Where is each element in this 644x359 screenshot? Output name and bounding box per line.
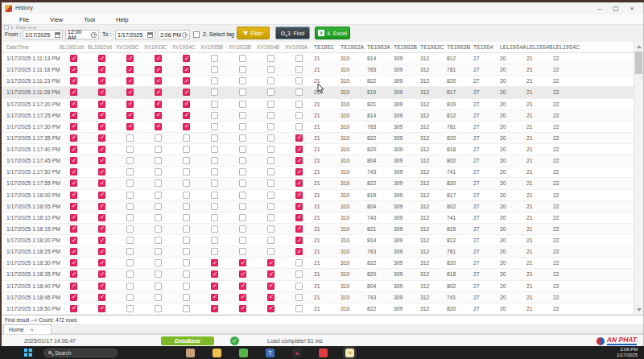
cell-checkbox[interactable] [239,123,246,130]
cell-checkbox[interactable] [267,214,275,221]
cell-checkbox[interactable] [211,225,218,233]
scroll-down-icon[interactable] [637,308,642,312]
cell-checkbox[interactable] [155,305,162,312]
cell-checkbox[interactable] [211,146,218,153]
cell-checkbox[interactable] [267,168,275,175]
cell-checkbox[interactable] [155,270,162,278]
cell-checkbox[interactable] [70,89,77,96]
cell-checkbox[interactable] [295,89,303,96]
cell-checkbox[interactable] [239,192,246,199]
cell-checkbox[interactable] [295,294,303,301]
cell-checkbox[interactable] [126,77,134,85]
cell-checkbox[interactable] [239,55,246,62]
cell-checkbox[interactable] [155,180,162,187]
cell-checkbox[interactable] [239,112,246,119]
cell-checkbox[interactable] [267,112,275,119]
column-header-te19s4[interactable]: TE19S4 [473,44,499,50]
cell-checkbox[interactable] [295,259,303,266]
column-header-bl19s1stt[interactable]: BL19S1stt [60,44,88,50]
column-header-te19s2b[interactable]: TE19S2B [393,44,419,50]
cell-checkbox[interactable] [295,270,303,278]
cell-checkbox[interactable] [155,294,162,301]
cell-checkbox[interactable] [183,146,190,153]
cell-checkbox[interactable] [183,225,190,233]
column-header-te19s1[interactable]: TE19S1 [313,44,340,50]
cell-checkbox[interactable] [98,305,105,312]
cell-checkbox[interactable] [239,89,246,96]
cell-checkbox[interactable] [239,101,246,108]
cell-checkbox[interactable] [267,270,275,278]
column-header-lel19s4a[interactable]: LEL19S4A [499,44,526,50]
table-row[interactable]: 1/17/2025 1:18:30 PM21310822309312820272… [2,258,634,269]
cell-checkbox[interactable] [295,101,303,108]
cell-checkbox[interactable] [98,248,105,255]
cell-checkbox[interactable] [126,146,134,153]
cell-checkbox[interactable] [183,180,190,187]
table-row[interactable]: 1/17/2025 1:17:35 PM21310822309312820272… [2,133,634,144]
excel-export-button[interactable]: X 4. Excel [315,27,350,39]
user-icon[interactable] [186,349,195,357]
cell-checkbox[interactable] [183,66,190,73]
cell-checkbox[interactable] [183,192,190,199]
cell-checkbox[interactable] [295,283,303,290]
cell-checkbox[interactable] [211,203,218,210]
table-row[interactable]: 1/17/2025 1:17:50 PM21310743309312741272… [2,167,634,178]
table-row[interactable]: 1/17/2025 1:17:40 PM21310820309312818272… [2,144,634,155]
cell-checkbox[interactable] [183,270,190,278]
column-header-te19s2c[interactable]: TE19S2C [419,44,446,50]
cell-checkbox[interactable] [70,237,77,244]
cell-checkbox[interactable] [295,203,303,210]
cell-checkbox[interactable] [211,283,218,290]
cell-checkbox[interactable] [126,157,134,164]
cell-checkbox[interactable] [126,168,134,175]
cell-checkbox[interactable] [239,168,246,175]
cell-checkbox[interactable] [155,168,162,175]
cell-checkbox[interactable] [155,55,162,62]
calendar-icon[interactable] [147,32,153,38]
cell-checkbox[interactable] [267,259,275,266]
cell-checkbox[interactable] [183,305,190,312]
cell-checkbox[interactable] [183,237,190,244]
cell-checkbox[interactable] [70,168,77,175]
cell-checkbox[interactable] [211,112,218,119]
cell-checkbox[interactable] [70,259,77,266]
scroll-up-icon[interactable] [637,45,642,48]
cell-checkbox[interactable] [267,55,275,62]
column-header-te19s2a[interactable]: TE19S2A [340,44,366,50]
from-date-field[interactable]: 1/17/2025 [23,30,63,39]
cell-checkbox[interactable] [98,123,105,130]
cell-checkbox[interactable] [239,305,246,312]
cell-checkbox[interactable] [239,203,246,210]
cell-checkbox[interactable] [295,180,303,187]
cell-checkbox[interactable] [70,294,77,301]
cell-checkbox[interactable] [155,77,162,85]
cell-checkbox[interactable] [267,77,275,85]
cell-checkbox[interactable] [155,112,162,119]
cell-checkbox[interactable] [70,101,77,108]
table-row[interactable]: 1/17/2025 1:18:35 PM21310820309312818272… [2,269,634,280]
cell-checkbox[interactable] [126,123,134,130]
cell-checkbox[interactable] [155,203,162,210]
cell-checkbox[interactable] [211,305,218,312]
cell-checkbox[interactable] [295,305,303,312]
cell-checkbox[interactable] [267,294,275,301]
vertical-scrollbar[interactable] [634,42,643,315]
cell-checkbox[interactable] [98,89,105,96]
cell-checkbox[interactable] [98,259,105,266]
cell-checkbox[interactable] [267,225,275,233]
cell-checkbox[interactable] [183,283,190,290]
cell-checkbox[interactable] [155,101,162,108]
cell-checkbox[interactable] [183,89,190,96]
cell-checkbox[interactable] [183,259,190,266]
cell-checkbox[interactable] [295,123,303,130]
cell-checkbox[interactable] [155,146,162,153]
cell-checkbox[interactable] [155,134,162,142]
cell-checkbox[interactable] [239,134,246,142]
cell-checkbox[interactable] [70,77,77,85]
table-row[interactable]: 1/17/2025 1:18:20 PM21310814309312812272… [2,235,634,246]
menu-item-file[interactable]: File [2,16,39,23]
cell-checkbox[interactable] [126,237,134,244]
cell-checkbox[interactable] [183,294,190,301]
cell-checkbox[interactable] [211,89,218,96]
cell-checkbox[interactable] [183,112,190,119]
